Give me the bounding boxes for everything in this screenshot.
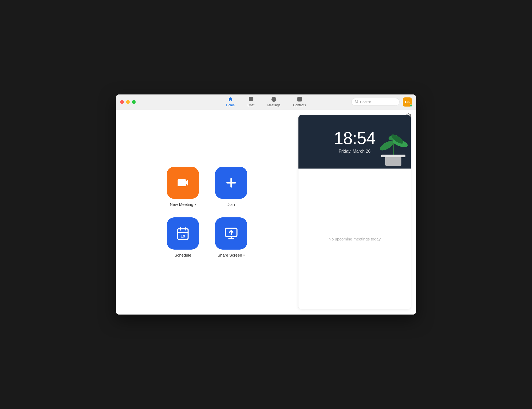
- svg-text:19: 19: [181, 234, 185, 238]
- right-panel: 18:54 Friday, March 20: [298, 115, 411, 309]
- search-input[interactable]: [360, 100, 396, 104]
- traffic-lights: [120, 100, 136, 104]
- maximize-button[interactable]: [132, 100, 136, 104]
- tab-chat[interactable]: Chat: [245, 96, 256, 108]
- tab-contacts[interactable]: Contacts: [291, 96, 308, 108]
- svg-point-3: [355, 100, 358, 103]
- nav-right: ES: [351, 97, 412, 107]
- share-screen-button[interactable]: [215, 217, 247, 250]
- main-nav: Home Chat Meetings: [224, 96, 308, 108]
- svg-rect-18: [381, 155, 405, 157]
- home-icon: [228, 97, 233, 103]
- schedule-button[interactable]: 19: [167, 217, 199, 250]
- no-meetings-text: No upcoming meetings today: [328, 237, 380, 241]
- online-indicator: [410, 104, 412, 107]
- minimize-button[interactable]: [126, 100, 130, 104]
- meetings-icon: [271, 97, 276, 103]
- meetings-panel: No upcoming meetings today: [298, 169, 411, 309]
- avatar-initials: ES: [405, 100, 409, 104]
- tab-home-label: Home: [226, 103, 235, 107]
- close-button[interactable]: [120, 100, 124, 104]
- contacts-icon: [297, 97, 302, 103]
- tab-meetings[interactable]: Meetings: [265, 96, 283, 108]
- tab-chat-label: Chat: [247, 103, 254, 107]
- avatar[interactable]: ES: [403, 97, 412, 107]
- schedule-item: 19 Schedule: [167, 217, 199, 257]
- clock-time: 18:54: [334, 130, 375, 147]
- tab-contacts-label: Contacts: [293, 103, 306, 107]
- search-bar[interactable]: [351, 98, 400, 106]
- chat-icon: [248, 97, 254, 103]
- svg-point-20: [379, 139, 395, 152]
- share-screen-label: Share Screen ▾: [217, 253, 245, 257]
- action-grid: New Meeting ▾ Join: [161, 161, 253, 263]
- schedule-label: Schedule: [175, 253, 191, 257]
- join-button[interactable]: [215, 167, 247, 199]
- new-meeting-chevron: ▾: [194, 203, 196, 206]
- new-meeting-item: New Meeting ▾: [167, 167, 199, 207]
- titlebar: Home Chat Meetings: [116, 94, 416, 109]
- main-content: New Meeting ▾ Join: [116, 109, 416, 315]
- new-meeting-label: New Meeting ▾: [170, 202, 196, 207]
- tab-meetings-label: Meetings: [267, 103, 280, 107]
- join-item: Join: [215, 167, 247, 207]
- clock-banner: 18:54 Friday, March 20: [298, 115, 411, 169]
- share-screen-chevron: ▾: [243, 253, 245, 257]
- join-label: Join: [227, 202, 235, 207]
- new-meeting-button[interactable]: [167, 167, 199, 199]
- plant-illustration: [373, 126, 411, 169]
- tab-home[interactable]: Home: [224, 96, 237, 108]
- app-window: Home Chat Meetings: [116, 94, 416, 315]
- left-panel: New Meeting ▾ Join: [116, 109, 298, 315]
- svg-point-2: [299, 98, 300, 100]
- clock-date: Friday, March 20: [339, 149, 371, 154]
- svg-line-4: [357, 102, 358, 103]
- share-screen-item: Share Screen ▾: [215, 217, 247, 257]
- search-icon: [355, 100, 359, 104]
